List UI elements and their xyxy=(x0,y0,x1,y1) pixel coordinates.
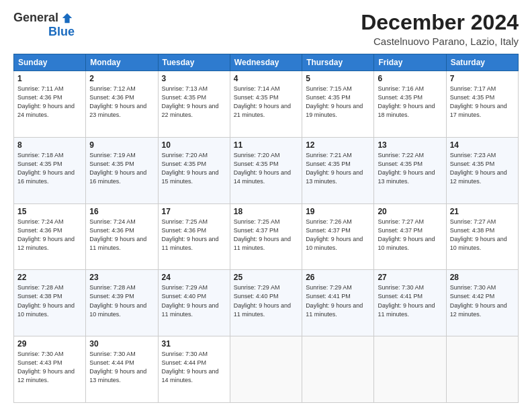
day-info: Sunrise: 7:27 AMSunset: 4:38 PMDaylight:… xyxy=(450,218,507,251)
table-row xyxy=(446,336,518,403)
day-number: 28 xyxy=(450,273,515,282)
day-number: 5 xyxy=(306,74,370,83)
header-monday: Monday xyxy=(86,54,158,71)
day-info: Sunrise: 7:30 AMSunset: 4:41 PMDaylight:… xyxy=(378,284,435,317)
day-number: 21 xyxy=(450,207,515,216)
logo-general: General xyxy=(13,11,58,25)
day-info: Sunrise: 7:24 AMSunset: 4:36 PMDaylight:… xyxy=(89,218,146,251)
calendar-table: Sunday Monday Tuesday Wednesday Thursday… xyxy=(13,54,519,403)
day-info: Sunrise: 7:25 AMSunset: 4:37 PMDaylight:… xyxy=(234,218,291,251)
table-row: 13Sunrise: 7:22 AMSunset: 4:35 PMDayligh… xyxy=(374,137,446,203)
day-info: Sunrise: 7:13 AMSunset: 4:35 PMDaylight:… xyxy=(162,85,219,118)
header: General Blue December 2024 Castelnuovo P… xyxy=(13,11,519,47)
table-row: 3Sunrise: 7:13 AMSunset: 4:35 PMDaylight… xyxy=(158,71,230,138)
day-number: 17 xyxy=(162,207,226,216)
calendar-week-row: 22Sunrise: 7:28 AMSunset: 4:38 PMDayligh… xyxy=(14,270,519,336)
table-row: 8Sunrise: 7:18 AMSunset: 4:35 PMDaylight… xyxy=(14,137,86,203)
title-area: December 2024 Castelnuovo Parano, Lazio,… xyxy=(361,11,519,47)
table-row: 27Sunrise: 7:30 AMSunset: 4:41 PMDayligh… xyxy=(374,270,446,336)
logo-blue: Blue xyxy=(48,25,75,39)
day-info: Sunrise: 7:17 AMSunset: 4:35 PMDaylight:… xyxy=(450,85,507,118)
table-row xyxy=(374,336,446,403)
day-info: Sunrise: 7:14 AMSunset: 4:35 PMDaylight:… xyxy=(234,85,291,118)
calendar-week-row: 15Sunrise: 7:24 AMSunset: 4:36 PMDayligh… xyxy=(14,203,519,270)
table-row: 5Sunrise: 7:15 AMSunset: 4:35 PMDaylight… xyxy=(302,71,374,138)
day-number: 2 xyxy=(89,74,154,83)
table-row: 18Sunrise: 7:25 AMSunset: 4:37 PMDayligh… xyxy=(230,203,302,270)
day-number: 8 xyxy=(17,140,82,150)
svg-marker-0 xyxy=(62,13,72,22)
header-saturday: Saturday xyxy=(446,54,518,71)
day-number: 13 xyxy=(378,140,442,150)
day-number: 14 xyxy=(450,140,515,150)
table-row: 10Sunrise: 7:20 AMSunset: 4:35 PMDayligh… xyxy=(158,137,230,203)
day-info: Sunrise: 7:20 AMSunset: 4:35 PMDaylight:… xyxy=(234,152,291,185)
day-info: Sunrise: 7:28 AMSunset: 4:38 PMDaylight:… xyxy=(17,284,75,317)
day-number: 29 xyxy=(17,339,82,349)
table-row: 11Sunrise: 7:20 AMSunset: 4:35 PMDayligh… xyxy=(230,137,302,203)
table-row: 6Sunrise: 7:16 AMSunset: 4:35 PMDaylight… xyxy=(374,71,446,138)
day-number: 11 xyxy=(234,140,298,150)
day-number: 26 xyxy=(306,273,370,282)
header-friday: Friday xyxy=(374,54,446,71)
table-row: 4Sunrise: 7:14 AMSunset: 4:35 PMDaylight… xyxy=(230,71,302,138)
day-number: 15 xyxy=(17,207,82,216)
day-number: 4 xyxy=(234,74,298,83)
day-info: Sunrise: 7:21 AMSunset: 4:35 PMDaylight:… xyxy=(306,152,363,185)
table-row: 12Sunrise: 7:21 AMSunset: 4:35 PMDayligh… xyxy=(302,137,374,203)
day-number: 3 xyxy=(162,74,226,83)
day-info: Sunrise: 7:23 AMSunset: 4:35 PMDaylight:… xyxy=(450,152,507,185)
table-row: 16Sunrise: 7:24 AMSunset: 4:36 PMDayligh… xyxy=(86,203,158,270)
day-info: Sunrise: 7:18 AMSunset: 4:35 PMDaylight:… xyxy=(17,152,75,185)
table-row: 1Sunrise: 7:11 AMSunset: 4:36 PMDaylight… xyxy=(14,71,86,138)
day-number: 7 xyxy=(450,74,515,83)
day-number: 27 xyxy=(378,273,442,282)
table-row: 14Sunrise: 7:23 AMSunset: 4:35 PMDayligh… xyxy=(446,137,518,203)
table-row: 26Sunrise: 7:29 AMSunset: 4:41 PMDayligh… xyxy=(302,270,374,336)
table-row: 2Sunrise: 7:12 AMSunset: 4:36 PMDaylight… xyxy=(86,71,158,138)
table-row: 15Sunrise: 7:24 AMSunset: 4:36 PMDayligh… xyxy=(14,203,86,270)
header-tuesday: Tuesday xyxy=(158,54,230,71)
table-row: 24Sunrise: 7:29 AMSunset: 4:40 PMDayligh… xyxy=(158,270,230,336)
day-number: 30 xyxy=(89,339,154,349)
day-info: Sunrise: 7:30 AMSunset: 4:44 PMDaylight:… xyxy=(162,351,219,383)
table-row: 9Sunrise: 7:19 AMSunset: 4:35 PMDaylight… xyxy=(86,137,158,203)
page: General Blue December 2024 Castelnuovo P… xyxy=(0,0,532,411)
day-number: 20 xyxy=(378,207,442,216)
day-info: Sunrise: 7:29 AMSunset: 4:41 PMDaylight:… xyxy=(306,284,363,317)
day-info: Sunrise: 7:11 AMSunset: 4:36 PMDaylight:… xyxy=(17,85,75,118)
day-number: 16 xyxy=(89,207,154,216)
logo-area: General Blue xyxy=(13,11,75,39)
table-row: 22Sunrise: 7:28 AMSunset: 4:38 PMDayligh… xyxy=(14,270,86,336)
table-row: 28Sunrise: 7:30 AMSunset: 4:42 PMDayligh… xyxy=(446,270,518,336)
table-row: 30Sunrise: 7:30 AMSunset: 4:44 PMDayligh… xyxy=(86,336,158,403)
table-row: 23Sunrise: 7:28 AMSunset: 4:39 PMDayligh… xyxy=(86,270,158,336)
table-row: 7Sunrise: 7:17 AMSunset: 4:35 PMDaylight… xyxy=(446,71,518,138)
day-info: Sunrise: 7:15 AMSunset: 4:35 PMDaylight:… xyxy=(306,85,363,118)
day-info: Sunrise: 7:20 AMSunset: 4:35 PMDaylight:… xyxy=(162,152,219,185)
day-info: Sunrise: 7:19 AMSunset: 4:35 PMDaylight:… xyxy=(89,152,146,185)
logo: General xyxy=(13,11,73,25)
day-info: Sunrise: 7:24 AMSunset: 4:36 PMDaylight:… xyxy=(17,218,75,251)
day-info: Sunrise: 7:16 AMSunset: 4:35 PMDaylight:… xyxy=(378,85,435,118)
day-number: 19 xyxy=(306,207,370,216)
day-number: 1 xyxy=(17,74,82,83)
day-info: Sunrise: 7:30 AMSunset: 4:44 PMDaylight:… xyxy=(89,351,146,383)
table-row: 17Sunrise: 7:25 AMSunset: 4:36 PMDayligh… xyxy=(158,203,230,270)
table-row xyxy=(302,336,374,403)
day-info: Sunrise: 7:30 AMSunset: 4:43 PMDaylight:… xyxy=(17,351,75,383)
subtitle: Castelnuovo Parano, Lazio, Italy xyxy=(361,36,519,47)
table-row: 19Sunrise: 7:26 AMSunset: 4:37 PMDayligh… xyxy=(302,203,374,270)
day-number: 10 xyxy=(162,140,226,150)
main-title: December 2024 xyxy=(361,11,519,34)
calendar-week-row: 8Sunrise: 7:18 AMSunset: 4:35 PMDaylight… xyxy=(14,137,519,203)
table-row xyxy=(230,336,302,403)
day-number: 9 xyxy=(89,140,154,150)
day-number: 12 xyxy=(306,140,370,150)
day-info: Sunrise: 7:26 AMSunset: 4:37 PMDaylight:… xyxy=(306,218,363,251)
header-thursday: Thursday xyxy=(302,54,374,71)
table-row: 31Sunrise: 7:30 AMSunset: 4:44 PMDayligh… xyxy=(158,336,230,403)
day-number: 23 xyxy=(89,273,154,282)
table-row: 20Sunrise: 7:27 AMSunset: 4:37 PMDayligh… xyxy=(374,203,446,270)
day-info: Sunrise: 7:22 AMSunset: 4:35 PMDaylight:… xyxy=(378,152,435,185)
